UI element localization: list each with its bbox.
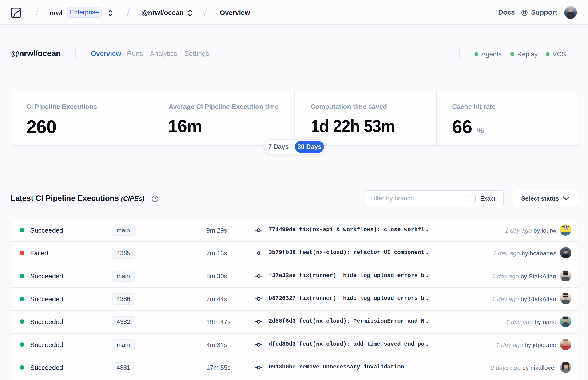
svg-text:?: ? — [154, 197, 156, 201]
